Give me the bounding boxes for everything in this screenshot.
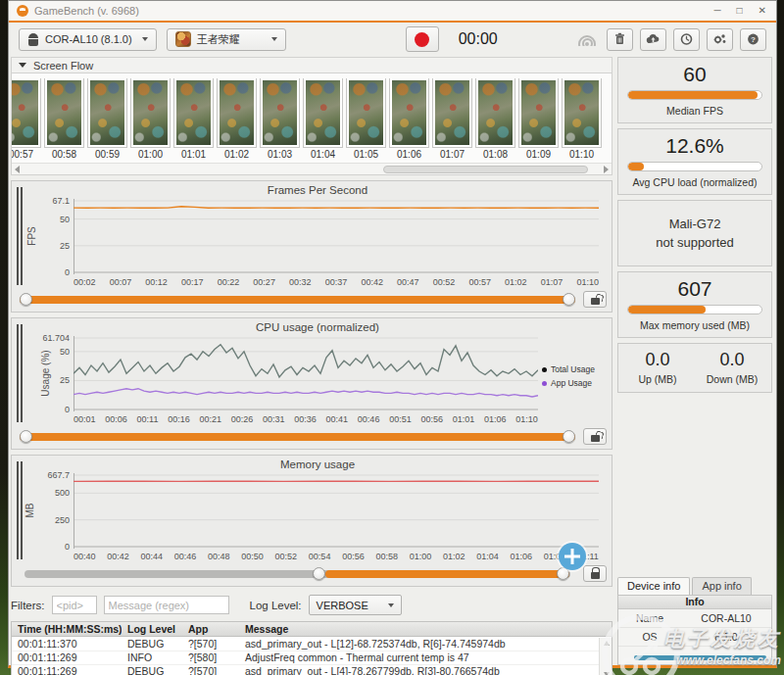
lock-button[interactable] <box>583 291 607 308</box>
pid-filter-input[interactable] <box>52 596 97 614</box>
screen-flow-thumbnail[interactable]: 01:00 <box>129 78 172 163</box>
x-axis-ticks: 00:0200:0700:1200:1700:2200:2700:3200:37… <box>74 277 599 288</box>
cloud-upload-button[interactable] <box>640 28 666 51</box>
fps-chart-panel: Frames Per Second FPS 0255067.1 00:0200:… <box>11 180 612 313</box>
x-tick-label: 01:06 <box>510 552 532 562</box>
screen-flow-thumbnail[interactable]: 01:09 <box>517 78 560 163</box>
screen-flow-thumbnail[interactable]: 01:10 <box>561 78 603 163</box>
y-tick-label: 50 <box>60 215 70 224</box>
info-key: Name <box>618 612 681 624</box>
screen-flow-thumbnail[interactable]: 01:07 <box>431 78 473 163</box>
lock-button[interactable] <box>583 565 607 582</box>
log-row[interactable]: 00:01:11:269INFO?[580]AdjustFreq common … <box>12 651 599 665</box>
log-level-select[interactable]: VERBOSE <box>309 595 402 615</box>
record-icon <box>415 32 429 47</box>
screen-flow-thumbnail[interactable]: 00:58 <box>43 78 85 163</box>
screen-flow-thumbnail[interactable]: 01:04 <box>302 78 344 163</box>
panel-drag-handle[interactable] <box>16 324 24 422</box>
log-row[interactable]: 00:01:11:269DEBUG?[570]asd_primary_out -… <box>12 665 599 675</box>
column-time[interactable]: Time (HH:MM:SS:ms) <box>12 622 122 636</box>
lock-button[interactable] <box>583 428 607 445</box>
x-tick-label: 00:06 <box>105 414 127 425</box>
record-button[interactable] <box>406 26 439 52</box>
x-axis-ticks: 00:4000:4200:4400:4600:4800:5000:5200:54… <box>74 552 599 562</box>
log-row[interactable]: 00:01:11:370DEBUG?[570]asd_primary_out -… <box>12 638 599 651</box>
maximize-button[interactable]: □ <box>737 5 743 17</box>
scroll-right-icon[interactable] <box>604 166 609 173</box>
column-level[interactable]: Log Level <box>122 622 182 636</box>
x-tick-label: 00:44 <box>141 552 164 562</box>
slider-selection <box>20 296 575 304</box>
chart-title: Memory usage <box>28 458 607 470</box>
screen-flow-scrollbar[interactable] <box>12 163 612 174</box>
screen-flow-thumbnail[interactable]: 01:02 <box>216 78 258 163</box>
slider-handle-start[interactable] <box>20 293 32 306</box>
x-tick-label: 00:50 <box>241 552 264 562</box>
app-selector[interactable]: 王者荣耀 <box>167 28 286 51</box>
x-tick-label: 00:52 <box>275 552 298 562</box>
tab-device-info[interactable]: Device info <box>617 577 690 595</box>
screen-flow-thumbnail[interactable]: 00:59 <box>86 78 128 163</box>
scrollbar-thumb[interactable] <box>383 166 587 173</box>
slider-handle-end[interactable] <box>563 430 575 443</box>
log-vertical-scrollbar[interactable] <box>599 638 612 675</box>
screen-flow-panel: 00:5700:5800:5901:0001:0101:0201:0301:04… <box>11 73 612 175</box>
y-tick-label: 0 <box>65 267 70 277</box>
time-range-slider[interactable] <box>20 293 575 306</box>
minimize-button[interactable]: ─ <box>713 5 720 17</box>
x-tick-label: 00:16 <box>168 414 190 425</box>
screen-flow-thumbnail[interactable]: 01:06 <box>388 78 430 163</box>
screen-flow-thumbnail[interactable]: 00:57 <box>12 78 42 163</box>
legend-dot-icon <box>542 381 547 386</box>
delete-button[interactable] <box>607 28 633 51</box>
time-range-slider[interactable] <box>20 430 575 443</box>
memory-chart: Memory usage MB 0250500667.7 00:4000:420… <box>28 458 607 562</box>
gpu-name: Mali-G72 <box>622 215 767 233</box>
time-range-slider[interactable] <box>20 567 575 580</box>
y-tick-label: 250 <box>55 515 70 525</box>
network-panel: 0.0 Up (MB) 0.0 Down (MB) <box>617 343 772 393</box>
column-message[interactable]: Message <box>239 622 612 636</box>
gpu-status: not supported <box>622 233 767 252</box>
screen-flow-thumbnail[interactable]: 01:01 <box>172 78 215 163</box>
screen-flow-thumbnail[interactable]: 01:03 <box>259 78 301 163</box>
history-button[interactable] <box>673 28 700 51</box>
settings-button[interactable] <box>707 28 733 51</box>
screen-flow-thumbnail[interactable]: 01:08 <box>474 78 516 163</box>
wifi-icon <box>578 33 596 46</box>
y-axis-label: FPS <box>26 226 37 245</box>
thumbnail-timestamp: 01:07 <box>431 149 473 160</box>
help-button[interactable]: ? <box>740 28 766 51</box>
x-tick-label: 00:37 <box>325 277 348 288</box>
screen-flow-header[interactable]: Screen Flow <box>11 57 612 73</box>
info-key: OS <box>618 631 681 643</box>
scroll-up-icon[interactable] <box>604 641 610 646</box>
x-tick-label: 00:02 <box>74 277 96 288</box>
x-tick-label: 00:21 <box>199 414 221 425</box>
tab-app-info[interactable]: App info <box>692 577 751 595</box>
column-app[interactable]: App <box>182 622 239 636</box>
window-controls: ─ □ ✕ <box>713 5 768 17</box>
device-selector[interactable]: COR-AL10 (8.1.0) <box>19 28 157 51</box>
panel-drag-handle[interactable] <box>16 461 24 559</box>
toolbar: COR-AL10 (8.1.0) 王者荣耀 00:00 <box>9 23 776 56</box>
screen-flow-thumbnail[interactable]: 01:05 <box>345 78 387 163</box>
panel-drag-handle[interactable] <box>16 187 24 285</box>
thumbnail-timestamp: 00:57 <box>12 149 42 160</box>
thumbnail-timestamp: 01:10 <box>561 149 603 160</box>
y-tick-label: 25 <box>60 375 70 385</box>
add-marker-button[interactable] <box>559 543 586 570</box>
slider-handle-start[interactable] <box>20 430 32 443</box>
session-timer: 00:00 <box>459 30 498 48</box>
close-button[interactable]: ✕ <box>759 5 766 17</box>
message-filter-input[interactable] <box>104 596 229 614</box>
slider-handle-start[interactable] <box>313 567 325 580</box>
scroll-left-icon[interactable] <box>15 166 20 173</box>
log-level-label: Log Level: <box>250 600 302 611</box>
legend-dot-icon <box>542 367 547 372</box>
median-fps-bar <box>627 90 762 100</box>
slider-selection <box>20 433 575 441</box>
progress-bar <box>634 655 766 660</box>
help-icon: ? <box>746 32 760 46</box>
slider-handle-end[interactable] <box>563 293 575 306</box>
